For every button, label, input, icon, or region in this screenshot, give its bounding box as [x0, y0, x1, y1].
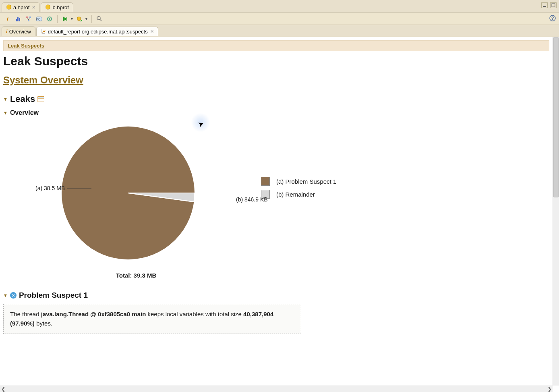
maximize-button[interactable] — [550, 2, 557, 8]
tab-label: Overview — [9, 29, 31, 35]
collapse-toggle[interactable]: ▼ — [3, 110, 8, 115]
section-problem-1: ▼ ✕ Problem Suspect 1 — [3, 291, 549, 300]
window-icon[interactable] — [37, 96, 44, 102]
gear-button[interactable] — [45, 15, 54, 23]
toolbar-separator — [57, 15, 58, 23]
svg-rect-4 — [16, 19, 17, 21]
chevron-down-icon: ▼ — [70, 17, 74, 21]
tab-overview[interactable]: i Overview — [2, 26, 35, 36]
svg-point-16 — [97, 17, 100, 20]
problem-description: The thread java.lang.Thread @ 0xf3805ca0… — [3, 304, 301, 334]
toolbar: i OQL ▼ ▼ ? — [0, 13, 559, 25]
help-button[interactable]: ? — [549, 15, 556, 23]
run-dropdown[interactable]: ▼ — [61, 15, 74, 23]
svg-rect-6 — [19, 18, 20, 21]
chart-total: Total: 39.3 MB — [35, 272, 237, 279]
horizontal-scrollbar[interactable]: ❮ ❯ — [0, 386, 553, 392]
search-button[interactable] — [95, 15, 104, 23]
breadcrumb-link[interactable]: Leak Suspects — [8, 43, 44, 49]
pie-svg — [60, 124, 197, 261]
toolbar-separator — [91, 15, 92, 23]
minimize-button[interactable] — [541, 2, 548, 8]
svg-rect-3 — [552, 4, 555, 7]
svg-rect-2 — [543, 6, 546, 7]
database-icon — [6, 4, 12, 10]
histogram-button[interactable] — [14, 15, 23, 23]
scrollbar-thumb[interactable] — [553, 37, 559, 197]
file-tab-label: a.hprof — [13, 4, 29, 10]
close-icon[interactable]: ✕ — [32, 5, 35, 10]
section-title: Leaks — [10, 94, 35, 104]
tab-label: default_report org.eclipse.mat.api:suspe… — [48, 29, 148, 35]
section-title: Overview — [10, 109, 39, 116]
window-controls — [541, 2, 557, 8]
legend-label: (a) Problem Suspect 1 — [276, 178, 336, 185]
collapse-toggle[interactable]: ▼ — [3, 293, 8, 298]
pie-chart: (a) 38.5 MB (b) 846.9 KB Total: 39.3 MB … — [35, 124, 549, 279]
svg-rect-14 — [66, 17, 67, 21]
svg-text:OQL: OQL — [36, 18, 42, 21]
database-icon — [45, 4, 51, 10]
export-dropdown[interactable]: ▼ — [75, 15, 88, 23]
editor-tab-bar: a.hprof ✕ b.hprof — [0, 0, 559, 13]
tree-button[interactable] — [24, 15, 33, 23]
chart-legend: (a) Problem Suspect 1 (b) Remainder — [261, 177, 336, 203]
svg-rect-5 — [17, 17, 19, 21]
legend-item-b: (b) Remainder — [261, 190, 336, 199]
svg-rect-7 — [26, 17, 28, 18]
svg-text:?: ? — [551, 16, 554, 21]
page-title: Leak Suspects — [3, 54, 549, 68]
report-content: Leak Suspects Leak Suspects System Overv… — [0, 37, 559, 392]
report-icon — [41, 29, 46, 34]
info-icon: i — [6, 28, 8, 35]
svg-rect-20 — [38, 97, 44, 98]
file-tab-b[interactable]: b.hprof — [41, 2, 73, 12]
legend-swatch — [261, 177, 270, 186]
scroll-right-icon[interactable]: ❯ — [546, 386, 553, 392]
slice-label-a: (a) 38.5 MB — [35, 185, 91, 191]
scroll-left-icon[interactable]: ❮ — [0, 386, 6, 392]
svg-rect-9 — [28, 20, 29, 21]
info-badge-icon: ✕ — [10, 292, 17, 299]
svg-point-13 — [49, 18, 50, 20]
oql-button[interactable]: OQL — [35, 15, 43, 23]
section-leaks: ▼ Leaks — [3, 94, 549, 104]
info-button[interactable]: i — [3, 15, 12, 23]
file-tab-a[interactable]: a.hprof ✕ — [2, 2, 40, 12]
file-tab-label: b.hprof — [52, 4, 68, 10]
system-overview-link[interactable]: System Overview — [3, 75, 83, 85]
chevron-down-icon: ▼ — [85, 17, 88, 21]
svg-rect-8 — [29, 17, 31, 18]
collapse-toggle[interactable]: ▼ — [3, 97, 8, 102]
section-overview: ▼ Overview — [3, 109, 549, 116]
breadcrumb: Leak Suspects — [3, 40, 549, 51]
system-overview-heading: System Overview — [3, 75, 549, 86]
tab-report[interactable]: default_report org.eclipse.mat.api:suspe… — [36, 27, 158, 36]
legend-label: (b) Remainder — [276, 191, 315, 198]
vertical-scrollbar[interactable] — [553, 37, 559, 386]
section-title: Problem Suspect 1 — [19, 291, 88, 300]
legend-item-a: (a) Problem Suspect 1 — [261, 177, 336, 186]
view-tab-bar: i Overview default_report org.eclipse.ma… — [0, 25, 559, 37]
close-icon[interactable]: ✕ — [150, 29, 154, 34]
slice-label-b: (b) 846.9 KB — [213, 196, 268, 203]
